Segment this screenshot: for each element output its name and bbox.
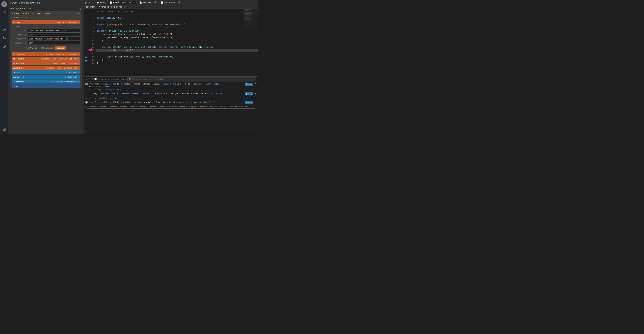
bp-dot-17 bbox=[84, 59, 89, 63]
parameters-label: Parameters bbox=[43, 47, 53, 49]
svg-point-0 bbox=[3, 20, 5, 22]
debug-button-3[interactable]: Debug bbox=[245, 101, 253, 104]
log-entry-error: transact to Royalties.safeMint errored: … bbox=[85, 106, 256, 109]
contract-header-left: ▼ ROYALTIES AT 0X7EF...8CB47 (MEMORY) bbox=[12, 13, 53, 15]
to-input[interactable] bbox=[28, 29, 80, 33]
expand-button-2[interactable]: ▼ bbox=[254, 92, 256, 95]
tab-royalties-close[interactable]: ✕ bbox=[134, 2, 135, 4]
code-line-15: super._setTokenRoyalty(tokenId, receiver… bbox=[96, 55, 258, 59]
balance-of-label: balanceOf bbox=[13, 71, 22, 73]
safe-mint-chevron: ▲ bbox=[79, 26, 80, 28]
zoom-out-button[interactable]: ⊖ bbox=[92, 1, 94, 4]
search-box: 🔍 bbox=[128, 77, 256, 81]
transact-button[interactable]: transact bbox=[55, 46, 66, 50]
copy-button[interactable]: ⎘ bbox=[76, 12, 78, 15]
code-line-6 bbox=[96, 26, 258, 29]
sidebar-item-debug[interactable] bbox=[1, 43, 7, 49]
sidebar-item-files[interactable] bbox=[1, 10, 7, 16]
fn-right-6: uint256 tokenId ▼ bbox=[65, 76, 79, 78]
calldata-button[interactable]: ⎘ Calldata bbox=[26, 46, 39, 50]
trash-button[interactable]: 🗑 bbox=[80, 8, 82, 10]
listen-checkbox-input[interactable] bbox=[94, 78, 96, 80]
search-input[interactable] bbox=[132, 78, 255, 80]
balance-of-button[interactable]: balanceOf address owner ▼ bbox=[12, 70, 80, 74]
tab-royalties-nft[interactable]: 📄 RoyaltiesNFT.sol ✕ bbox=[108, 1, 136, 4]
param-row-tokenid: tokenId: bbox=[12, 33, 80, 37]
code-line-17: } bbox=[96, 62, 258, 65]
approve-right: address to, uint256 tokenId ▼ bbox=[56, 22, 79, 23]
safe-transfer-from-2-button[interactable]: safeTransferFr address from, address to,… bbox=[12, 57, 80, 61]
log-text-3: [vm] from: 0x5B3...eddC4 to: Royalties.(… bbox=[89, 101, 244, 104]
tab-home[interactable]: 🏠 Home bbox=[95, 1, 107, 4]
approve-chevron: ▼ bbox=[77, 22, 79, 23]
approve-param: address to, uint256 tokenId bbox=[56, 22, 77, 23]
terminal-input-row: > bbox=[84, 129, 258, 133]
bp-13 bbox=[84, 52, 89, 56]
receiver-input[interactable] bbox=[28, 37, 80, 41]
fn-param-3: address operator, bool approved bbox=[52, 63, 77, 64]
zoom-in-button[interactable]: ⊕ bbox=[88, 1, 90, 4]
breakpoint-column bbox=[84, 9, 89, 66]
debug-button-1[interactable]: Debug bbox=[245, 83, 253, 86]
code-line-5: import "@openzeppelin/contracts/token/ER… bbox=[96, 23, 258, 26]
code-editor[interactable]: 1 2 3 4 5 6 7 8 9 10 11 12 13 14 15 16 1 bbox=[84, 9, 258, 76]
safe-mint-header[interactable]: safeMint ▲ bbox=[12, 25, 80, 29]
file-icon-paloceras: 📄 bbox=[161, 1, 163, 4]
fn-name-label: safeMint - transact (not payable) bbox=[84, 5, 258, 9]
set-approval-for-button[interactable]: setApprovalFo address operator, bool app… bbox=[12, 61, 80, 65]
expand-button-3[interactable]: ▼ bbox=[254, 101, 256, 103]
code-line-11 bbox=[96, 42, 258, 46]
param-row-to: to: bbox=[12, 29, 80, 33]
calldata-icon: ⎘ bbox=[28, 47, 30, 49]
sidebar-item-settings[interactable] bbox=[1, 126, 7, 132]
bp-8 bbox=[84, 35, 89, 38]
to-label: to: bbox=[12, 30, 27, 32]
bp-7 bbox=[84, 31, 89, 35]
check-button[interactable]: ✓ bbox=[76, 1, 79, 5]
code-line-9: _setDefaultRoyalty(_receiver, super._fee… bbox=[96, 36, 258, 39]
get-approved-button[interactable]: getApproved uint256 tokenId ▼ bbox=[12, 75, 80, 79]
tokenid-input[interactable] bbox=[28, 33, 80, 37]
safe-transfer-from-1-button[interactable]: safeTransferFr address from, address to,… bbox=[12, 52, 80, 56]
balance-row: Balance: 0 ETH bbox=[10, 16, 82, 20]
app-logo: R bbox=[1, 1, 7, 7]
expand-button-1[interactable]: ▼ bbox=[254, 83, 256, 85]
tab-erc721a[interactable]: 📄 ERC721A.sol bbox=[138, 1, 158, 4]
transfer-from-button[interactable]: transferFrom address from, address to, u… bbox=[12, 66, 80, 70]
log-row-3: ✓ [vm] from: 0x5B3...eddC4 to: Royalties… bbox=[85, 101, 256, 104]
log-entry-creation: creation of Royalties pending... bbox=[85, 97, 256, 99]
collapse-button[interactable]: ⌄ bbox=[85, 78, 87, 80]
debug-button-2[interactable]: Debug bbox=[245, 92, 253, 95]
deploy-header: DEPLOY & RUN TRANSACTIONS ✓ › bbox=[8, 0, 84, 6]
chevron-down-icon: ▼ bbox=[12, 13, 13, 15]
sidebar-item-deploy[interactable] bbox=[1, 27, 7, 32]
name-button[interactable]: name bbox=[12, 84, 80, 88]
parameters-button[interactable]: ⎘ Parameters bbox=[40, 46, 55, 50]
sidebar-item-git[interactable] bbox=[1, 35, 7, 41]
file-icon-erc721a: 📄 bbox=[139, 1, 142, 4]
chevron-right-button[interactable]: › bbox=[80, 1, 82, 5]
code-line-2 bbox=[96, 13, 258, 17]
code-line-8: constructor(address _receiver) ERC721("R… bbox=[96, 33, 258, 36]
tab-paloceras[interactable]: 📄 Paloceras.sol bbox=[159, 1, 182, 4]
sidebar-item-search[interactable] bbox=[1, 18, 7, 24]
feenumerator-label: feeNumerator: bbox=[12, 42, 27, 44]
fn-param-6: uint256 tokenId bbox=[65, 76, 77, 78]
is-approved-for-button[interactable]: isApprovedFo address owner, address oper… bbox=[12, 79, 80, 84]
log-row-creation: creation of Royalties pending... bbox=[85, 97, 256, 99]
minimap-content: ██ ████████████████████ ██ ██████ ██ ███… bbox=[244, 9, 258, 21]
log-text-1: [vm] from: 0x5B3...eddC4 to: Royalties.s… bbox=[89, 83, 244, 88]
feenumerator-input[interactable] bbox=[28, 41, 80, 45]
play-button[interactable]: ▶ bbox=[85, 1, 87, 4]
code-line-3: pragma solidity ^0.8.0; bbox=[96, 17, 258, 20]
calldata-row: ⎘ Calldata ⎘ Parameters transact bbox=[12, 46, 80, 50]
listen-checkbox[interactable]: listen on all transactions bbox=[94, 78, 126, 80]
contract-item: ▼ ROYALTIES AT 0X7EF...8CB47 (MEMORY) ⎘ … bbox=[10, 11, 82, 88]
contract-header[interactable]: ▼ ROYALTIES AT 0X7EF...8CB47 (MEMORY) ⎘ … bbox=[10, 11, 82, 16]
approve-button[interactable]: approve address to, uint256 tokenId ▼ bbox=[12, 20, 80, 24]
set-approval-label: setApprovalFo bbox=[13, 62, 25, 64]
deployed-contracts-section: Deployed Contracts 🗑 ▼ ROYALTIES AT 0X7E… bbox=[8, 6, 84, 91]
name-label: name bbox=[13, 85, 18, 87]
close-button[interactable]: ✕ bbox=[79, 12, 80, 15]
header-actions: ✓ › bbox=[76, 1, 82, 5]
